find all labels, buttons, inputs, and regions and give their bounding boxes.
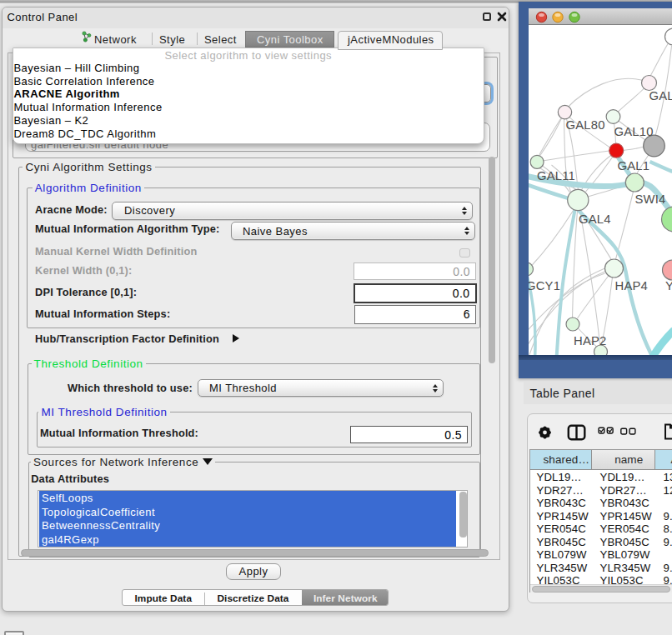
svg-text:GAL7: GAL7 <box>649 89 672 102</box>
svg-text:HAP4: HAP4 <box>614 279 647 292</box>
svg-text:HAP2: HAP2 <box>574 334 606 348</box>
svg-text:GAL10: GAL10 <box>614 125 653 138</box>
svg-text:GAL80: GAL80 <box>565 118 604 132</box>
svg-text:Y: Y <box>665 279 672 292</box>
svg-text:GAL1: GAL1 <box>617 159 649 172</box>
svg-text:GCY1: GCY1 <box>529 279 560 292</box>
svg-text:SWI4: SWI4 <box>634 192 665 206</box>
svg-text:GAL4: GAL4 <box>579 212 611 226</box>
svg-text:GAL11: GAL11 <box>537 169 575 182</box>
